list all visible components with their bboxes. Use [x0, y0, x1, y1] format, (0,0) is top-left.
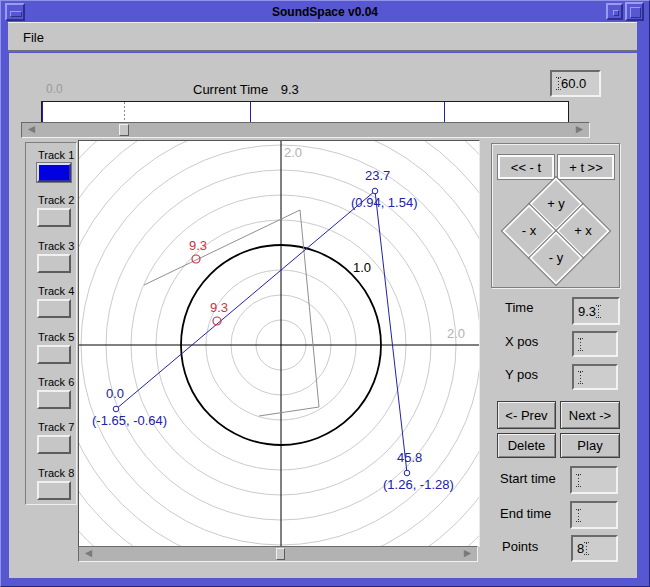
canvas-scrollbar-thumb[interactable] [276, 548, 285, 560]
scroll-left-icon[interactable]: ◄ [81, 547, 96, 560]
play-button[interactable]: Play [560, 433, 620, 458]
path-point[interactable] [113, 406, 119, 412]
text-cursor-icon [576, 474, 581, 487]
ghost-track-path [144, 210, 319, 416]
nudge-plus-y-label: + y [536, 196, 576, 211]
selected-track-path [116, 191, 407, 473]
time-field-label: Time [505, 300, 533, 315]
scroll-right-icon[interactable]: ► [460, 547, 475, 560]
timeline-point-mark [444, 102, 445, 122]
ring-label: 1.0 [353, 260, 371, 275]
track-row: Track 1 [37, 149, 74, 182]
ring-label: 2.0 [284, 145, 302, 160]
nudge-plus-x-label: + x [563, 223, 603, 238]
time-back-button[interactable]: << - t [498, 155, 554, 179]
menubar: File [8, 22, 637, 52]
track-select-button[interactable] [37, 390, 71, 409]
track-panel: Track 1Track 2Track 3Track 4Track 5Track… [25, 142, 77, 505]
track-label: Track 8 [38, 467, 74, 479]
path-point[interactable] [404, 470, 410, 476]
time-field-input[interactable]: 9.3 [572, 297, 620, 325]
time-field-value: 9.3 [578, 304, 596, 319]
point-time-label: 23.7 [365, 168, 390, 183]
plot-canvas[interactable]: 0.0(-1.65, -0.64)23.7(0.94, 1.54)45.8(1.… [78, 140, 480, 547]
time-forward-button[interactable]: + t >> [558, 155, 614, 179]
text-cursor-icon [578, 371, 583, 384]
timeline-bar[interactable] [41, 101, 569, 123]
path-point[interactable] [372, 188, 378, 194]
main-content: 0.0 Current Time 9.3 60.0 ◄ ► Track 1Tra… [9, 53, 637, 578]
nav-cluster: << - t + t >> + y - x + x - y [491, 143, 620, 288]
current-time-readout: Current Time 9.3 [193, 82, 299, 97]
maximize-button[interactable] [625, 2, 644, 21]
nudge-minus-y-label: - y [536, 250, 576, 265]
text-cursor-icon [596, 305, 601, 318]
scroll-left-icon[interactable]: ◄ [24, 123, 39, 136]
end-time-input[interactable] [570, 501, 618, 529]
titlebar[interactable]: SoundSpace v0.04 [2, 2, 648, 22]
timeline-current-mark [124, 102, 125, 122]
text-cursor-icon [578, 338, 583, 351]
point-time-label: 0.0 [106, 386, 124, 401]
track-select-button[interactable] [37, 208, 71, 227]
track-select-button[interactable] [37, 435, 71, 454]
current-pos-label: 9.3 [210, 300, 228, 315]
duration-value: 60.0 [561, 76, 586, 91]
timeline-point-mark [42, 102, 43, 122]
nudge-minus-x-label: - x [509, 223, 549, 238]
x-pos-input[interactable] [572, 331, 618, 357]
y-pos-input[interactable] [572, 364, 618, 390]
track-select-button[interactable] [37, 481, 71, 500]
start-time-label: Start time [500, 471, 556, 486]
x-pos-label: X pos [505, 334, 538, 349]
time-scrollbar[interactable]: ◄ ► [21, 122, 590, 138]
current-pos-label: 9.3 [189, 238, 207, 253]
point-coord-label: (-1.65, -0.64) [92, 413, 167, 428]
end-time-label: End time [500, 506, 551, 521]
canvas-scrollbar[interactable]: ◄ ► [78, 546, 478, 562]
timeline-start-label: 0.0 [46, 82, 63, 96]
track-row: Track 7 [37, 421, 74, 454]
y-pos-label: Y pos [505, 367, 538, 382]
track-row: Track 4 [37, 285, 74, 318]
start-time-input[interactable] [570, 466, 618, 494]
duration-input[interactable]: 60.0 [550, 70, 601, 97]
point-coord-label: (0.94, 1.54) [351, 195, 418, 210]
track-row: Track 3 [37, 240, 74, 273]
timeline-point-mark [250, 102, 251, 122]
point-time-label: 45.8 [397, 450, 422, 465]
current-time-value: 9.3 [281, 82, 299, 97]
track-select-button[interactable] [37, 163, 71, 182]
ring-label: 2.0 [447, 326, 465, 341]
delete-button[interactable]: Delete [497, 433, 556, 458]
track-row: Track 6 [37, 376, 74, 409]
track-select-button[interactable] [37, 345, 71, 364]
points-input[interactable]: 8 [571, 535, 618, 562]
track-label: Track 6 [38, 376, 74, 388]
track-row: Track 2 [37, 194, 74, 227]
text-cursor-icon [584, 542, 589, 555]
track-row: Track 8 [37, 467, 74, 500]
track-label: Track 4 [38, 285, 74, 297]
next-point-button[interactable]: Next -> [560, 401, 620, 429]
track-label: Track 1 [38, 149, 74, 161]
time-scrollbar-thumb[interactable] [119, 124, 129, 136]
spatial-canvas-svg[interactable]: 0.0(-1.65, -0.64)23.7(0.94, 1.54)45.8(1.… [79, 141, 479, 546]
minimize-button[interactable] [606, 3, 623, 20]
menu-file[interactable]: File [17, 29, 50, 46]
track-label: Track 2 [38, 194, 74, 206]
minimize-icon [613, 10, 619, 16]
points-label: Points [502, 539, 538, 554]
point-coord-label: (1.26, -1.28) [383, 477, 454, 492]
track-label: Track 7 [38, 421, 74, 433]
text-cursor-icon [556, 77, 561, 90]
track-label: Track 3 [38, 240, 74, 252]
track-select-button[interactable] [37, 254, 71, 273]
points-value: 8 [577, 541, 584, 556]
track-label: Track 5 [38, 331, 74, 343]
track-select-button[interactable] [37, 299, 71, 318]
scroll-right-icon[interactable]: ► [572, 123, 587, 136]
text-cursor-icon [576, 509, 581, 522]
prev-point-button[interactable]: <- Prev [497, 401, 556, 429]
window-title: SoundSpace v0.04 [2, 5, 648, 19]
